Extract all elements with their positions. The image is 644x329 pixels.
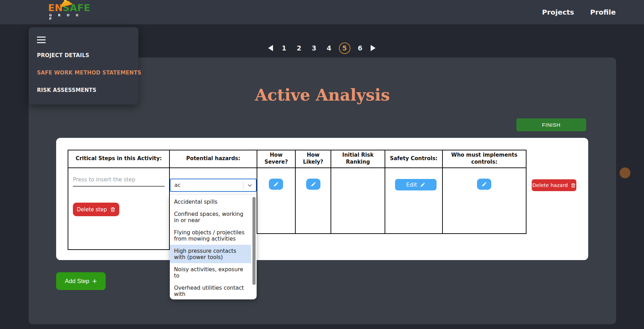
column-header-who-implements: Who must implements controls:: [443, 150, 526, 167]
hazard-option[interactable]: High pressure contacts with (power tools…: [170, 245, 251, 263]
pencil-icon: [482, 181, 487, 187]
hazard-option[interactable]: Noisy activities, exposure to: [170, 263, 251, 282]
table-grid-line: [68, 249, 170, 250]
logo-text-group: G R O U P: [48, 14, 86, 21]
add-step-button[interactable]: Add Step +: [56, 272, 106, 290]
pencil-icon: [420, 182, 425, 187]
step-input[interactable]: [73, 173, 165, 187]
hazard-dropdown: Accidental spills Confined spaces, worki…: [170, 195, 257, 299]
delete-step-button[interactable]: Delete step: [73, 203, 119, 216]
trash-icon: [571, 183, 576, 188]
chevron-down-icon[interactable]: [243, 183, 256, 188]
edit-label: Edit: [406, 181, 417, 188]
sidebar-item-risk-assessments[interactable]: RISK ASSESSMENTS: [37, 87, 96, 93]
prev-page-arrow[interactable]: [267, 44, 274, 52]
app-root: ENSAFE G R O U P Projects Profile 1 2 3 …: [0, 0, 644, 329]
table-grid-line: [526, 150, 526, 234]
hamburger-menu-icon[interactable]: [37, 37, 46, 45]
hazard-option[interactable]: Flying objects / projectiles from mowing…: [170, 226, 251, 245]
edit-severity-button[interactable]: [269, 179, 283, 190]
logo-wordmark: ENSAFE: [48, 3, 86, 13]
column-header-how-likely: How Likely?: [296, 150, 331, 167]
page-number-6[interactable]: 6: [355, 44, 365, 52]
delete-step-label: Delete step: [77, 206, 107, 213]
edit-who-implements-button[interactable]: [477, 179, 491, 190]
analysis-table-card: Critical Steps in this Activity: Potenti…: [56, 138, 588, 260]
page-number-1[interactable]: 1: [279, 44, 289, 52]
pencil-icon: [273, 181, 279, 187]
page-number-3[interactable]: 3: [309, 44, 319, 52]
sidebar-item-safe-work-method-statements[interactable]: SAFE WORK METHOD STATEMENTS: [37, 70, 141, 76]
column-header-initial-risk-ranking: Initial Risk Ranking: [331, 150, 385, 167]
top-navbar: ENSAFE G R O U P Projects Profile: [0, 0, 644, 24]
plus-icon: +: [92, 277, 97, 285]
edit-likelihood-button[interactable]: [306, 179, 320, 190]
side-brown-dot[interactable]: [620, 167, 630, 178]
table-grid-line: [68, 167, 526, 168]
page-number-4[interactable]: 4: [324, 44, 334, 52]
page-number-2[interactable]: 2: [294, 44, 304, 52]
next-page-arrow[interactable]: [370, 44, 377, 52]
hazard-option[interactable]: Confined spaces, working in or near: [170, 208, 251, 226]
delete-hazard-label: Delete hazard: [532, 182, 568, 188]
page-number-5-current[interactable]: 5: [339, 42, 350, 54]
hazard-option[interactable]: Overhead utilities contact with: [170, 282, 251, 299]
nav-link-profile[interactable]: Profile: [590, 8, 616, 16]
edit-safety-controls-button[interactable]: Edit: [395, 179, 437, 190]
add-step-label: Add Step: [65, 278, 89, 285]
column-header-how-severe: How Severe?: [257, 150, 295, 167]
finish-button[interactable]: FINISH: [516, 118, 586, 131]
hazard-search-input[interactable]: [171, 182, 243, 188]
hazard-combobox: [170, 179, 257, 192]
column-header-potential-hazards: Potential hazards:: [170, 150, 257, 167]
column-header-critical-steps: Critical Steps in this Activity:: [68, 150, 169, 167]
ensafe-logo[interactable]: ENSAFE G R O U P: [48, 3, 86, 21]
sidebar-item-project-details[interactable]: PROJECT DETAILS: [37, 52, 89, 58]
nav-links: Projects Profile: [542, 0, 616, 24]
dropdown-scrollbar[interactable]: [252, 197, 256, 285]
hazard-option[interactable]: Accidental spills: [170, 196, 251, 208]
sidebar-menu-panel: PROJECT DETAILS SAFE WORK METHOD STATEME…: [29, 27, 138, 104]
nav-link-projects[interactable]: Projects: [542, 8, 574, 16]
trash-icon: [110, 207, 115, 212]
pencil-icon: [311, 181, 316, 187]
column-header-safety-controls: Safety Controls:: [385, 150, 442, 167]
hazard-option-list: Accidental spills Confined spaces, worki…: [170, 196, 251, 299]
delete-hazard-button[interactable]: Delete hazard: [532, 179, 576, 191]
